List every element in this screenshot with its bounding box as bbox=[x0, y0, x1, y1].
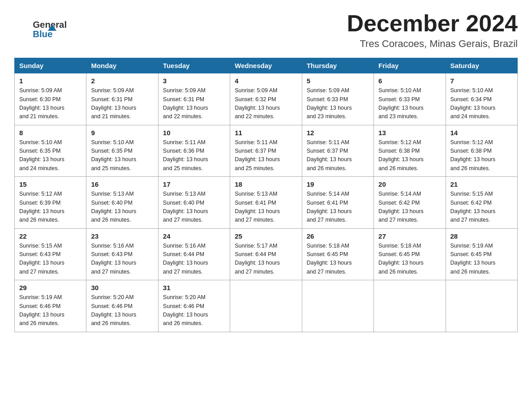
weekday-header-sunday: Sunday bbox=[15, 58, 86, 73]
day-number: 30 bbox=[91, 284, 153, 291]
day-info: Sunrise: 5:20 AMSunset: 6:46 PMDaylight:… bbox=[91, 293, 153, 328]
day-info: Sunrise: 5:18 AMSunset: 6:45 PMDaylight:… bbox=[378, 242, 441, 277]
calendar-cell: 24Sunrise: 5:16 AMSunset: 6:44 PMDayligh… bbox=[158, 228, 230, 280]
day-info: Sunrise: 5:10 AMSunset: 6:34 PMDaylight:… bbox=[450, 86, 513, 121]
calendar-cell: 5Sunrise: 5:09 AMSunset: 6:33 PMDaylight… bbox=[302, 73, 373, 125]
day-number: 24 bbox=[163, 232, 225, 240]
weekday-header-tuesday: Tuesday bbox=[158, 58, 230, 73]
day-info: Sunrise: 5:16 AMSunset: 6:43 PMDaylight:… bbox=[91, 242, 153, 277]
day-info: Sunrise: 5:11 AMSunset: 6:37 PMDaylight:… bbox=[235, 138, 297, 173]
calendar-cell: 15Sunrise: 5:12 AMSunset: 6:39 PMDayligh… bbox=[15, 177, 86, 229]
logo: General Blue bbox=[14, 11, 78, 39]
day-info: Sunrise: 5:09 AMSunset: 6:31 PMDaylight:… bbox=[91, 86, 153, 121]
day-info: Sunrise: 5:13 AMSunset: 6:41 PMDaylight:… bbox=[235, 190, 297, 225]
day-info: Sunrise: 5:20 AMSunset: 6:46 PMDaylight:… bbox=[163, 293, 225, 328]
calendar-cell bbox=[302, 280, 373, 332]
day-number: 31 bbox=[163, 284, 225, 291]
calendar-cell bbox=[230, 280, 302, 332]
calendar-cell: 16Sunrise: 5:13 AMSunset: 6:40 PMDayligh… bbox=[86, 177, 158, 229]
day-info: Sunrise: 5:14 AMSunset: 6:42 PMDaylight:… bbox=[378, 190, 441, 225]
svg-text:Blue: Blue bbox=[33, 29, 52, 39]
day-number: 4 bbox=[235, 77, 297, 85]
day-number: 22 bbox=[19, 232, 82, 240]
day-number: 19 bbox=[307, 180, 369, 188]
calendar-title-area: December 2024 Tres Coracoes, Minas Gerai… bbox=[347, 11, 518, 50]
day-number: 11 bbox=[235, 129, 297, 137]
day-info: Sunrise: 5:13 AMSunset: 6:40 PMDaylight:… bbox=[163, 190, 225, 225]
day-number: 21 bbox=[450, 180, 513, 188]
calendar-cell: 8Sunrise: 5:10 AMSunset: 6:35 PMDaylight… bbox=[15, 125, 86, 177]
calendar-cell: 6Sunrise: 5:10 AMSunset: 6:33 PMDaylight… bbox=[374, 73, 446, 125]
calendar-week-4: 22Sunrise: 5:15 AMSunset: 6:43 PMDayligh… bbox=[15, 228, 518, 280]
calendar-cell: 11Sunrise: 5:11 AMSunset: 6:37 PMDayligh… bbox=[230, 125, 302, 177]
calendar-cell: 13Sunrise: 5:12 AMSunset: 6:38 PMDayligh… bbox=[374, 125, 446, 177]
day-info: Sunrise: 5:09 AMSunset: 6:33 PMDaylight:… bbox=[307, 86, 369, 121]
day-info: Sunrise: 5:15 AMSunset: 6:42 PMDaylight:… bbox=[450, 190, 513, 225]
calendar-cell: 21Sunrise: 5:15 AMSunset: 6:42 PMDayligh… bbox=[446, 177, 517, 229]
day-number: 18 bbox=[235, 180, 297, 188]
calendar-cell: 18Sunrise: 5:13 AMSunset: 6:41 PMDayligh… bbox=[230, 177, 302, 229]
month-title: December 2024 bbox=[347, 11, 518, 36]
calendar-cell bbox=[374, 280, 446, 332]
calendar-cell: 22Sunrise: 5:15 AMSunset: 6:43 PMDayligh… bbox=[15, 228, 86, 280]
calendar-week-3: 15Sunrise: 5:12 AMSunset: 6:39 PMDayligh… bbox=[15, 177, 518, 229]
calendar-week-1: 1Sunrise: 5:09 AMSunset: 6:30 PMDaylight… bbox=[15, 73, 518, 125]
calendar-cell: 2Sunrise: 5:09 AMSunset: 6:31 PMDaylight… bbox=[86, 73, 158, 125]
day-number: 15 bbox=[19, 180, 82, 188]
calendar-cell bbox=[446, 280, 517, 332]
day-number: 12 bbox=[307, 129, 369, 137]
day-info: Sunrise: 5:09 AMSunset: 6:30 PMDaylight:… bbox=[19, 86, 82, 121]
day-number: 9 bbox=[91, 129, 153, 137]
day-info: Sunrise: 5:15 AMSunset: 6:43 PMDaylight:… bbox=[19, 242, 82, 277]
day-number: 29 bbox=[19, 284, 82, 291]
day-info: Sunrise: 5:12 AMSunset: 6:38 PMDaylight:… bbox=[378, 138, 441, 173]
calendar-cell: 28Sunrise: 5:19 AMSunset: 6:45 PMDayligh… bbox=[446, 228, 517, 280]
day-number: 2 bbox=[91, 77, 153, 85]
day-info: Sunrise: 5:18 AMSunset: 6:45 PMDaylight:… bbox=[307, 242, 369, 277]
day-number: 28 bbox=[450, 232, 513, 240]
weekday-header-thursday: Thursday bbox=[302, 58, 373, 73]
day-number: 17 bbox=[163, 180, 225, 188]
day-info: Sunrise: 5:09 AMSunset: 6:31 PMDaylight:… bbox=[163, 86, 225, 121]
day-number: 25 bbox=[235, 232, 297, 240]
day-number: 7 bbox=[450, 77, 513, 85]
day-info: Sunrise: 5:11 AMSunset: 6:37 PMDaylight:… bbox=[307, 138, 369, 173]
day-info: Sunrise: 5:12 AMSunset: 6:39 PMDaylight:… bbox=[19, 190, 82, 225]
page-header: General Blue December 2024 Tres Coracoes… bbox=[14, 11, 518, 50]
weekday-header-wednesday: Wednesday bbox=[230, 58, 302, 73]
calendar-cell: 7Sunrise: 5:10 AMSunset: 6:34 PMDaylight… bbox=[446, 73, 517, 125]
day-info: Sunrise: 5:10 AMSunset: 6:35 PMDaylight:… bbox=[91, 138, 153, 173]
day-info: Sunrise: 5:19 AMSunset: 6:46 PMDaylight:… bbox=[19, 293, 82, 328]
day-number: 8 bbox=[19, 129, 82, 137]
calendar-cell: 3Sunrise: 5:09 AMSunset: 6:31 PMDaylight… bbox=[158, 73, 230, 125]
calendar-cell: 17Sunrise: 5:13 AMSunset: 6:40 PMDayligh… bbox=[158, 177, 230, 229]
day-info: Sunrise: 5:10 AMSunset: 6:33 PMDaylight:… bbox=[378, 86, 441, 121]
calendar-cell: 10Sunrise: 5:11 AMSunset: 6:36 PMDayligh… bbox=[158, 125, 230, 177]
calendar-table: SundayMondayTuesdayWednesdayThursdayFrid… bbox=[14, 58, 518, 332]
calendar-cell: 25Sunrise: 5:17 AMSunset: 6:44 PMDayligh… bbox=[230, 228, 302, 280]
day-info: Sunrise: 5:12 AMSunset: 6:38 PMDaylight:… bbox=[450, 138, 513, 173]
general-blue-logo-icon: General Blue bbox=[14, 13, 77, 39]
day-info: Sunrise: 5:17 AMSunset: 6:44 PMDaylight:… bbox=[235, 242, 297, 277]
calendar-cell: 1Sunrise: 5:09 AMSunset: 6:30 PMDaylight… bbox=[15, 73, 86, 125]
calendar-cell: 23Sunrise: 5:16 AMSunset: 6:43 PMDayligh… bbox=[86, 228, 158, 280]
calendar-cell: 19Sunrise: 5:14 AMSunset: 6:41 PMDayligh… bbox=[302, 177, 373, 229]
calendar-cell: 14Sunrise: 5:12 AMSunset: 6:38 PMDayligh… bbox=[446, 125, 517, 177]
calendar-week-2: 8Sunrise: 5:10 AMSunset: 6:35 PMDaylight… bbox=[15, 125, 518, 177]
calendar-cell: 12Sunrise: 5:11 AMSunset: 6:37 PMDayligh… bbox=[302, 125, 373, 177]
location-title: Tres Coracoes, Minas Gerais, Brazil bbox=[347, 38, 518, 50]
day-info: Sunrise: 5:11 AMSunset: 6:36 PMDaylight:… bbox=[163, 138, 225, 173]
day-info: Sunrise: 5:19 AMSunset: 6:45 PMDaylight:… bbox=[450, 242, 513, 277]
day-info: Sunrise: 5:13 AMSunset: 6:40 PMDaylight:… bbox=[91, 190, 153, 225]
day-number: 6 bbox=[378, 77, 441, 85]
day-number: 5 bbox=[307, 77, 369, 85]
calendar-week-5: 29Sunrise: 5:19 AMSunset: 6:46 PMDayligh… bbox=[15, 280, 518, 332]
day-info: Sunrise: 5:09 AMSunset: 6:32 PMDaylight:… bbox=[235, 86, 297, 121]
day-number: 20 bbox=[378, 180, 441, 188]
calendar-cell: 30Sunrise: 5:20 AMSunset: 6:46 PMDayligh… bbox=[86, 280, 158, 332]
calendar-cell: 27Sunrise: 5:18 AMSunset: 6:45 PMDayligh… bbox=[374, 228, 446, 280]
day-info: Sunrise: 5:14 AMSunset: 6:41 PMDaylight:… bbox=[307, 190, 369, 225]
weekday-header-monday: Monday bbox=[86, 58, 158, 73]
calendar-cell: 4Sunrise: 5:09 AMSunset: 6:32 PMDaylight… bbox=[230, 73, 302, 125]
calendar-cell: 31Sunrise: 5:20 AMSunset: 6:46 PMDayligh… bbox=[158, 280, 230, 332]
